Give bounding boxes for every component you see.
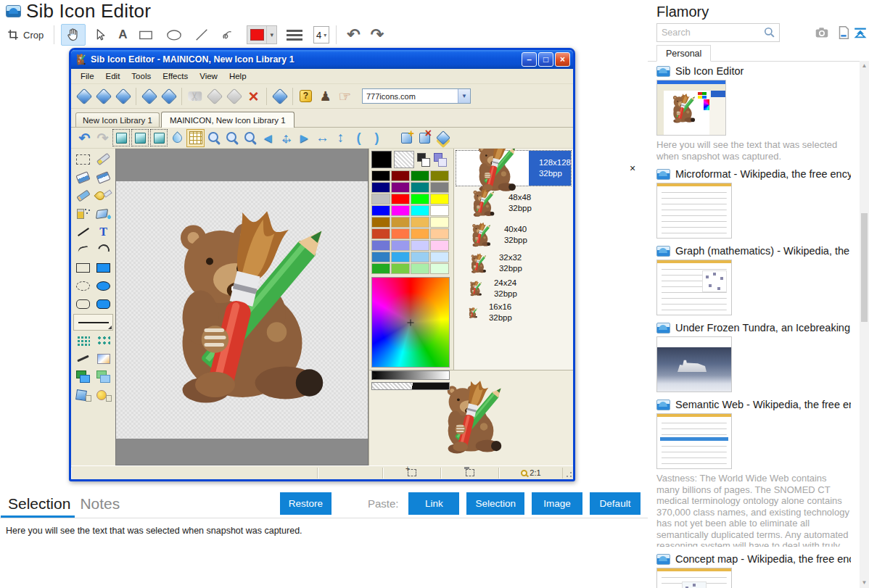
toolbar-icon[interactable] [178,86,185,107]
color-swatch[interactable] [411,194,429,204]
color-swatch[interactable] [411,170,429,181]
hand-tool-button[interactable] [61,24,86,46]
color-swatch[interactable] [391,170,410,181]
color-swatch[interactable] [411,228,429,239]
color-swatch[interactable] [371,252,390,262]
color-swatch[interactable] [430,252,449,262]
color-swatch[interactable] [391,182,410,193]
palette-tool[interactable] [94,278,113,294]
palette-tool[interactable] [94,332,113,349]
snapshot-title[interactable]: Microformat - Wikipedia, the free encycl… [675,168,851,180]
toolbar-icon[interactable] [224,86,244,107]
palette-tool[interactable] [94,386,113,403]
ellipse-tool-button[interactable] [161,24,187,46]
snapshot-thumbnail[interactable] [656,80,726,136]
undo-button[interactable]: ↶ [343,24,363,46]
color-swatch[interactable] [371,263,390,274]
palette-tool[interactable] [73,386,93,403]
draw-toolbar-icon[interactable] [386,129,398,147]
palette-tool[interactable] [73,296,93,312]
palette-tool[interactable] [94,260,113,276]
toolbar-icon[interactable] [74,86,94,107]
snapshot-thumbnail[interactable] [656,413,732,469]
toolbar-icon[interactable] [205,86,224,107]
background-color-swatch[interactable] [394,151,414,168]
list-item[interactable]: Microformat - Wikipedia, the free encycl… [656,168,851,239]
draw-toolbar-icon[interactable] [205,129,223,147]
toolbar-icon[interactable] [113,86,133,107]
palette-tool[interactable] [73,278,93,294]
toolbar-icon[interactable] [244,86,263,107]
toolbar-icon[interactable] [185,86,205,107]
scrollbar-thumb[interactable] [861,213,868,322]
draw-toolbar-icon[interactable] [331,129,350,147]
list-item[interactable]: Concept map - Wikipedia, the free encycl… [656,553,851,588]
snapshot-thumbnail[interactable] [656,336,732,392]
color-swatch[interactable] [371,205,390,216]
line-tool-button[interactable] [190,24,213,46]
menu-item[interactable]: Help [224,70,252,82]
snapshot-thumbnail[interactable] [656,568,732,588]
icon-size-row[interactable]: 16x16 32bpp [456,301,572,324]
draw-toolbar-icon[interactable] [398,129,416,147]
color-swatch[interactable] [430,240,449,251]
menu-item[interactable]: Tools [126,70,156,82]
paste-option-button[interactable]: Link [408,492,459,515]
dock-top-icon[interactable] [852,25,868,41]
palette-tool[interactable] [94,169,113,186]
canvas-work-area[interactable] [116,181,367,439]
paste-option-button[interactable]: Image [532,492,582,515]
draw-toolbar-icon[interactable] [416,129,434,147]
color-picker-dropdown[interactable]: ▾ [247,25,277,44]
color-swatch[interactable] [371,240,390,251]
menu-item[interactable]: File [75,70,99,82]
toolbar-icon[interactable] [94,86,113,107]
toolbar-icon[interactable] [263,86,270,107]
page-icon[interactable] [835,25,852,41]
crop-button[interactable]: Crop [3,24,47,46]
scrollbar-up-arrow[interactable]: ▲ [860,61,869,71]
menu-item[interactable]: Effects [157,70,193,82]
color-swatch[interactable] [391,263,410,274]
color-swatch[interactable] [430,170,449,181]
palette-tool[interactable] [73,223,93,240]
color-swatch[interactable] [371,217,390,228]
palette-tool[interactable] [73,169,93,186]
icon-size-row[interactable]: 24x24 32bpp [456,276,572,301]
tab-personal[interactable]: Personal [656,45,711,62]
color-swatch[interactable] [411,182,429,193]
menu-item[interactable]: View [194,70,223,82]
toolbar-icon[interactable] [335,86,355,107]
toolbar-icon[interactable] [316,86,335,107]
draw-toolbar-icon[interactable] [75,129,94,147]
palette-tool[interactable] [73,241,93,258]
resize-grip[interactable] [563,468,573,479]
maximize-button[interactable]: □ [538,52,553,67]
palette-tool[interactable] [73,368,93,385]
sidebar-scrollbar[interactable]: ▲ ▼ [860,61,869,588]
search-box[interactable] [656,23,780,42]
palette-tool[interactable] [73,332,93,349]
draw-toolbar-icon[interactable] [112,129,130,146]
draw-toolbar-icon[interactable] [223,129,241,147]
color-swatch[interactable] [391,252,410,262]
icon-size-row[interactable]: 32x32 32bpp [456,250,572,276]
bottom-tab[interactable]: Notes [78,489,121,518]
bottom-tab[interactable]: Selection [7,489,72,518]
toolbar-icon[interactable] [270,86,289,107]
alpha-slider[interactable] [371,382,450,390]
palette-tool[interactable] [94,151,113,167]
hue-saturation-picker[interactable] [371,277,450,368]
color-swatch[interactable] [430,228,449,239]
camera-icon[interactable] [813,25,831,41]
scrollbar-down-arrow[interactable]: ▼ [860,578,869,588]
restore-button[interactable]: Restore [280,492,331,515]
palette-tool[interactable] [94,350,113,367]
color-swatch[interactable] [371,182,390,193]
palette-tool[interactable] [94,223,113,240]
snapshot-thumbnail[interactable] [656,260,732,315]
color-swatch[interactable] [411,240,429,251]
brightness-slider[interactable] [371,370,450,380]
snapshot-title[interactable]: Under Frozen Tundra, an Icebreaking Ship… [675,322,851,334]
menu-item[interactable]: Edit [101,70,125,82]
